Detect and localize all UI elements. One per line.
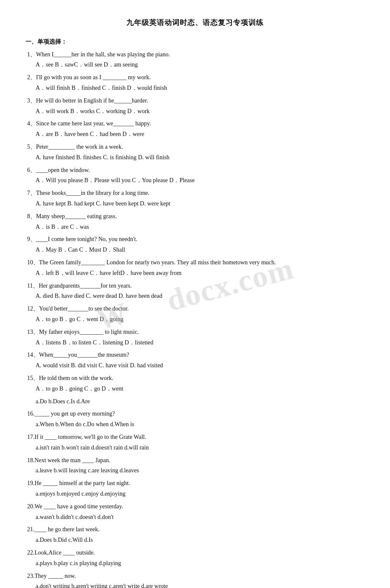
question-text: 23.They _____ now.	[25, 571, 365, 581]
question-block: 13、My father enjoys________ to light mus…	[25, 327, 365, 348]
question-text: 6、____open the window.	[25, 165, 365, 175]
options-line: A. have finished B. finishes C. is finis…	[25, 153, 365, 163]
options-line: A．to go B．go C．went D．going	[25, 314, 365, 325]
question-text: 20.We ____ have a good time yesterday.	[25, 502, 365, 512]
options-line: a.isn't rain b.won't rain d.doesn't rain…	[25, 443, 365, 453]
question-block: 4、Since he came here last year, we______…	[25, 119, 365, 139]
question-block: 9、____I come here tonight? No, you needn…	[25, 234, 365, 255]
options-line: A．to go B．going C．go D．went	[25, 384, 365, 394]
question-text: 15、He told them on with the work.	[25, 373, 365, 383]
question-text: 5、Peter_________ the work in a week.	[25, 142, 365, 152]
options-line: a.When b.When do c.Do when d.When is	[25, 419, 365, 430]
question-block: 11、Her grandparents_______for ten years.…	[25, 281, 365, 302]
question-text: 13、My father enjoys________ to light mus…	[25, 327, 365, 337]
question-text: 7、These books_____in the library for a l…	[25, 188, 365, 198]
question-text: 8、Many sheep_______ eating grass.	[25, 211, 365, 222]
question-block: 18.Next week the man ____ Japan.a.leave …	[25, 455, 365, 476]
options-line: a.leave b.will leaving c.are leaving d.l…	[25, 466, 365, 476]
question-text: 10、The Green family________ London for n…	[25, 258, 365, 268]
question-block: 2、I'll go with you as soon as I ________…	[25, 72, 365, 93]
options-line: a.enjoys b.enjoyed c.enjoy d.enjoying	[25, 489, 365, 499]
question-block: 20.We ____ have a good time yesterday.a.…	[25, 502, 365, 522]
section-title: 一、单项选择：	[25, 37, 365, 47]
question-block: 12、You'd better_______to see the doctor.…	[25, 304, 365, 325]
options-line: A. would visit B. did visit C. have visi…	[25, 361, 365, 371]
question-block: 15、He told them on with the work.A．to go…	[25, 373, 365, 406]
options-line: A．listens B．to listen C．listening D．list…	[25, 338, 365, 348]
question-block: 16._____ you get up every morning?a.When…	[25, 409, 365, 430]
options-line: A. have kept B. had kept C. have been ke…	[25, 199, 365, 209]
question-text: 19.He _____ himself at the party last ni…	[25, 478, 365, 488]
question-block: 7、These books_____in the library for a l…	[25, 188, 365, 209]
options-line: A．will work B．works C．working D．work	[25, 106, 365, 116]
options-line: A. died B. have died C. were dead D. hav…	[25, 291, 365, 301]
question-block: 23.They _____ now.a.don't writing b.aren…	[25, 571, 365, 588]
question-block: 10、The Green family________ London for n…	[25, 258, 365, 278]
page-title: 九年级英语动词时态、语态复习专项训练	[25, 17, 365, 29]
question-text: 9、____I come here tonight? No, you needn…	[25, 234, 365, 244]
question-text: 16._____ you get up every morning?	[25, 409, 365, 419]
question-block: 17.If it ____ tomorrow, we'll go to the …	[25, 432, 365, 453]
questions-container: 1、When I______her in the hall, she was p…	[25, 50, 365, 588]
question-block: 3、He will do better in English if he____…	[25, 96, 365, 116]
question-block: 22.Look,Alice ____ outside.a.plays b.pla…	[25, 548, 365, 569]
options-line: a.wasn't b.didn't c.doesn't d.don't	[25, 512, 365, 522]
question-text: 12、You'd better_______to see the doctor.	[25, 304, 365, 314]
question-block: 8、Many sheep_______ eating grass.A．is B．…	[25, 211, 365, 232]
question-block: 21.____ he go there last week.a.Does b.D…	[25, 524, 365, 545]
question-text: 2、I'll go with you as soon as I ________…	[25, 72, 365, 83]
question-text: 14、When_____you_______the museum?	[25, 350, 365, 360]
question-block: 14、When_____you_______the museum?A. woul…	[25, 350, 365, 371]
options-line: a.don't writing b.aren't writing c.aren'…	[25, 581, 365, 588]
question-text: 21.____ he go there last week.	[25, 524, 365, 535]
question-text: 11、Her grandparents_______for ten years.	[25, 281, 365, 291]
question-text: 3、He will do better in English if he____…	[25, 96, 365, 106]
options-line: A．see B．sawC．will see D．am seeing	[25, 60, 365, 70]
options-line: A．will finish B．finished C．finish D．woul…	[25, 83, 365, 93]
question-text: 22.Look,Alice ____ outside.	[25, 548, 365, 558]
options-line: A．is B．are C．was	[25, 222, 365, 232]
question-text: 18.Next week the man ____ Japan.	[25, 455, 365, 466]
options-line: a.plays b.play c.is playing d.playing	[25, 558, 365, 569]
question-block: 19.He _____ himself at the party last ni…	[25, 478, 365, 499]
question-text: 17.If it ____ tomorrow, we'll go to the …	[25, 432, 365, 442]
question-block: 5、Peter_________ the work in a week.A. h…	[25, 142, 365, 163]
question-text: 4、Since he came here last year, we______…	[25, 119, 365, 129]
question-block: 1、When I______her in the hall, she was p…	[25, 50, 365, 70]
options-line: a.Does b.Did c.Will d.Is	[25, 535, 365, 545]
options-line: A．Will you please B．Please will you C．Yo…	[25, 175, 365, 186]
options-line: A．May B．Can C．Must D．Shall	[25, 245, 365, 255]
options-line: a.Do b.Does c.Is d.Are	[25, 397, 365, 407]
options-line: A．left B．will leave C．have leftD．have be…	[25, 268, 365, 278]
question-block: 6、____open the window.A．Will you please …	[25, 165, 365, 186]
options-line: A．are B．have been C．had been D．were	[25, 129, 365, 139]
question-text: 1、When I______her in the hall, she was p…	[25, 50, 365, 60]
